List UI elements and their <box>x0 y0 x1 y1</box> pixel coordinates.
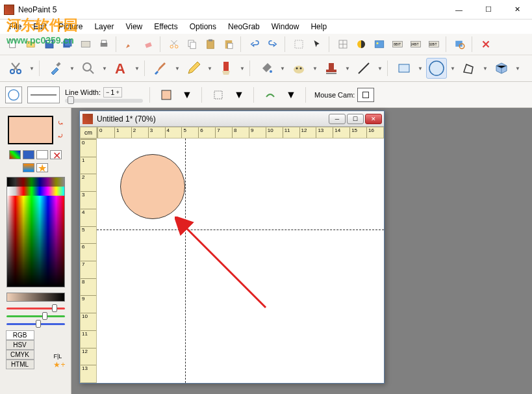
menu-neograb[interactable]: NeoGrab <box>223 21 265 33</box>
canvas[interactable] <box>97 138 384 383</box>
magnify-tool[interactable] <box>78 58 99 79</box>
undo-button[interactable] <box>247 36 262 52</box>
clone-tool[interactable] <box>288 58 309 79</box>
swatch-blue[interactable] <box>23 150 34 159</box>
pencil-dropdown[interactable]: ▼ <box>207 66 213 72</box>
cube-tool[interactable] <box>491 58 512 79</box>
swap-colors-icon[interactable]: ⤿ <box>57 118 64 127</box>
menu-help[interactable]: Help <box>305 21 332 33</box>
eraser-button[interactable] <box>140 36 156 52</box>
doc-close[interactable]: ✕ <box>365 114 382 124</box>
zoom-fit-button[interactable] <box>452 36 468 52</box>
window-minimize[interactable]: — <box>444 0 474 19</box>
swatch-gradient[interactable] <box>9 150 21 159</box>
polygon-tool[interactable] <box>459 58 479 79</box>
paste-new-button[interactable] <box>221 36 236 52</box>
cube-dropdown[interactable]: ▼ <box>514 66 521 72</box>
doc-maximize[interactable]: ☐ <box>347 114 364 124</box>
document-titlebar[interactable]: Untitled 1* (70%) ─ ☐ ✕ <box>80 111 384 127</box>
open-file-button[interactable] <box>23 36 39 52</box>
paintbrush-dropdown[interactable]: ▼ <box>174 66 181 72</box>
green-slider[interactable] <box>6 313 65 319</box>
paintbrush-tool[interactable] <box>151 58 171 79</box>
option-snap-dropdown[interactable]: ▼ <box>231 87 247 103</box>
grid-button[interactable] <box>335 36 351 52</box>
fill-tool[interactable] <box>256 58 277 79</box>
reset-colors-icon[interactable]: ⤾ <box>57 131 64 140</box>
save-all-button[interactable] <box>60 36 75 52</box>
mode-cmyk[interactable]: CMYK <box>6 350 34 360</box>
mode-rgb[interactable]: RGB <box>6 330 34 340</box>
palette-icon[interactable] <box>23 163 34 172</box>
rectangle-dropdown[interactable]: ▼ <box>417 66 424 72</box>
menu-file[interactable]: File <box>4 21 27 33</box>
ruler-corner[interactable]: cm <box>80 127 97 138</box>
window-maximize[interactable]: ☐ <box>474 0 503 19</box>
new-file-button[interactable] <box>5 36 21 52</box>
scissors-dropdown[interactable]: ▼ <box>29 66 35 72</box>
fill-lock-icon[interactable]: F|L <box>53 353 65 360</box>
8bit-button[interactable]: 8BIT <box>390 36 405 52</box>
ruler-horizontal[interactable]: 012345678910111213141516 <box>97 127 384 138</box>
ellipse-tool[interactable] <box>426 58 447 79</box>
print-button[interactable] <box>96 36 112 52</box>
gradient-strip[interactable] <box>6 293 65 302</box>
save-button[interactable] <box>42 36 57 52</box>
swatch-white[interactable] <box>36 150 48 159</box>
select-all-button[interactable] <box>291 36 307 52</box>
brush-button[interactable] <box>122 36 138 52</box>
mode-html[interactable]: HTML <box>6 360 34 369</box>
line-width-spinner[interactable]: −1+ <box>103 87 122 98</box>
red-slider[interactable] <box>6 306 65 311</box>
window-close[interactable]: ✕ <box>503 0 532 19</box>
text-dropdown[interactable]: ▼ <box>134 66 140 72</box>
menu-options[interactable]: Options <box>184 21 222 33</box>
ellipse-dropdown[interactable]: ▼ <box>450 66 456 72</box>
clone-dropdown[interactable]: ▼ <box>312 66 318 72</box>
brush2-tool[interactable] <box>216 58 236 79</box>
stamp-dropdown[interactable]: ▼ <box>344 66 351 72</box>
menu-layer[interactable]: Layer <box>89 21 119 33</box>
line-dropdown[interactable]: ▼ <box>377 66 383 72</box>
pencil-tool[interactable] <box>183 58 204 79</box>
line-width-slider[interactable] <box>65 99 143 103</box>
copy-button[interactable] <box>184 36 200 52</box>
brush2-dropdown[interactable]: ▼ <box>239 66 246 72</box>
swatch-delete[interactable]: ✕ <box>50 150 62 159</box>
magnify-dropdown[interactable]: ▼ <box>101 66 108 72</box>
option-smooth-icon[interactable] <box>262 87 278 103</box>
fill-dropdown[interactable]: ▼ <box>279 66 286 72</box>
line-tool[interactable] <box>353 58 374 79</box>
polygon-dropdown[interactable]: ▼ <box>482 66 488 72</box>
stamp-tool[interactable] <box>321 58 342 79</box>
menu-view[interactable]: View <box>120 21 147 33</box>
option-outline-icon[interactable]: ▼ <box>179 87 195 103</box>
option-snap-icon[interactable] <box>210 87 226 103</box>
eyedropper-tool[interactable] <box>45 58 66 79</box>
browse-button[interactable] <box>78 36 94 52</box>
32bit-button[interactable]: 32BIT <box>426 36 442 52</box>
eyedropper-dropdown[interactable]: ▼ <box>69 66 75 72</box>
close-doc-button[interactable] <box>478 36 494 52</box>
option-smooth-dropdown[interactable]: ▼ <box>283 87 299 103</box>
redo-button[interactable] <box>265 36 281 52</box>
cursor-button[interactable] <box>309 36 325 52</box>
cut-button[interactable] <box>166 36 182 52</box>
paste-button[interactable] <box>203 36 218 52</box>
rectangle-tool[interactable] <box>394 58 414 79</box>
mode-hsv[interactable]: HSV <box>6 340 34 350</box>
menu-effects[interactable]: Effects <box>149 21 183 33</box>
star-add-icon[interactable]: ★+ <box>53 360 65 369</box>
24bit-button[interactable]: 24BIT <box>408 36 424 52</box>
option-fill-icon[interactable] <box>158 87 174 103</box>
scissors-tool[interactable] <box>5 58 26 79</box>
menu-picture[interactable]: Picture <box>53 21 88 33</box>
star-icon[interactable]: ★ <box>36 163 48 172</box>
color-picker[interactable] <box>6 177 65 287</box>
menu-edit[interactable]: Edit <box>28 21 52 33</box>
image-button[interactable] <box>372 36 387 52</box>
blue-slider[interactable] <box>6 321 65 326</box>
menu-window[interactable]: Window <box>266 21 305 33</box>
doc-minimize[interactable]: ─ <box>329 114 346 124</box>
contrast-button[interactable] <box>353 36 369 52</box>
